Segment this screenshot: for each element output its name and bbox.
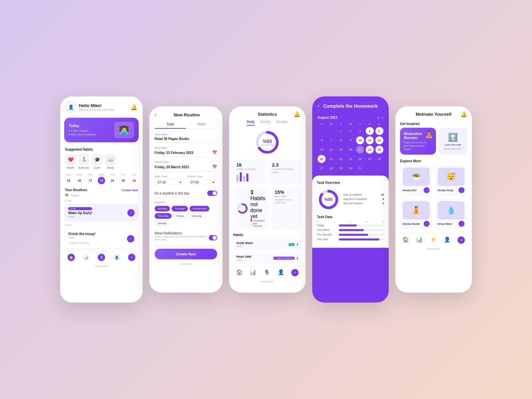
- stats-bell-icon[interactable]: 🔔: [294, 111, 300, 117]
- dow-s2: S: [374, 123, 384, 126]
- finish-time-select[interactable]: 07:00 ▾: [188, 179, 217, 186]
- day-sunday[interactable]: Sunday: [155, 220, 170, 226]
- routine-time-1: 07:00: [60, 198, 143, 203]
- explore-card-diet[interactable]: 🥗 Healty Diet →: [400, 165, 432, 196]
- nav-mic-stats[interactable]: 🎙️: [264, 269, 270, 276]
- stats-grid-2: 3 Habits not done yet Completed Not Fini…: [229, 187, 306, 230]
- big-donut: %85: [317, 188, 340, 211]
- cal-day-wed[interactable]: Wed 18: [98, 173, 105, 184]
- tab-monthly[interactable]: Monthly: [276, 120, 288, 126]
- motivate-bell-icon[interactable]: 🔔: [461, 111, 467, 117]
- nav-home-stats[interactable]: 🏠: [236, 269, 243, 276]
- bar-month-track: [339, 234, 384, 236]
- nav-profile[interactable]: 👤: [113, 254, 120, 261]
- nav-plus-motivate[interactable]: ＋: [458, 236, 465, 244]
- start-date-row[interactable]: Friday, 22 February 2023 📅: [155, 150, 217, 157]
- greeting-sub: Have a great day full of joy: [79, 108, 114, 111]
- start-time-label: Start Time: [155, 175, 184, 178]
- chevron-down-icon-2: ▾: [212, 181, 214, 184]
- cal-day-sat[interactable]: Sat 21: [131, 173, 138, 184]
- habit-badge-2: 2 days remaining: [273, 257, 294, 260]
- nav-user-motivate[interactable]: 👤: [444, 236, 451, 244]
- routine-card-1[interactable]: 11:00 Wake Up Early! Habit ›: [64, 204, 139, 221]
- routines-title: Your Routines: [65, 188, 87, 192]
- create-new-link[interactable]: Create New: [122, 189, 138, 192]
- notifications-toggle[interactable]: [209, 235, 217, 240]
- calendar-wrapper: ‹ Complete the Homework › August 2023 ‹ …: [312, 96, 389, 303]
- home-indicator-5: [427, 248, 440, 250]
- day-friday[interactable]: Friday: [173, 213, 187, 219]
- start-time-select[interactable]: 07:00 ▾: [155, 179, 184, 186]
- habit-health[interactable]: ❤️ Health: [65, 154, 76, 169]
- day-thursday[interactable]: Thursday: [155, 213, 172, 219]
- habit-row-2-title: Read 1984: [236, 255, 251, 258]
- time-row: Start Time 07:00 ▾ Finish Time 07:00 ▾: [155, 175, 217, 186]
- anytime-toggle[interactable]: [207, 191, 217, 196]
- plus-nav-icon: ＋: [128, 254, 135, 261]
- habit-study[interactable]: 📖 Study: [105, 154, 116, 169]
- nav-add[interactable]: 🎙️: [98, 254, 105, 261]
- water-footer: Drink Water →: [438, 221, 465, 227]
- cal-week-4: 20 21 22 23 24 25 26: [317, 155, 384, 163]
- list-card-emoji: ⬆️: [448, 133, 458, 142]
- tab-task[interactable]: Task: [155, 120, 186, 129]
- start-time-block: Start Time 07:00 ▾: [155, 175, 184, 186]
- motivate-bottom-nav: 🏠 📊 ⚡ 👤 ＋: [395, 233, 472, 246]
- list-cha-life-card[interactable]: ⬆️ List Cha Life Activ make bett: [439, 128, 467, 155]
- habits-section: Habits Drink Water Habit 56 › Read 1984 …: [229, 233, 306, 264]
- get-inspired-title: Get Inspired: [395, 120, 472, 128]
- mental-arrow-icon[interactable]: →: [424, 221, 430, 227]
- routine-card-2[interactable]: Finish the essay! Task 2 days remaining …: [64, 228, 139, 249]
- cal-day-tue[interactable]: Tue 17: [87, 173, 94, 184]
- nav-plus[interactable]: ＋: [128, 254, 135, 261]
- cal-day-sun[interactable]: Sun 15: [65, 173, 72, 184]
- tab-weekly[interactable]: Weekly: [260, 120, 271, 126]
- habit-exercise[interactable]: 🏃 Exercise: [78, 154, 89, 169]
- days-remaining-2: 2 days remaining: [68, 241, 89, 244]
- nav-home[interactable]: 🏠: [67, 254, 75, 261]
- sleep-arrow-icon[interactable]: →: [459, 187, 465, 193]
- notification-bell-icon[interactable]: 🔔: [131, 104, 137, 110]
- routine-badge-1: 11:00: [68, 207, 92, 210]
- motivation-booster-card[interactable]: Motivation Booster Plug in to connect to…: [400, 128, 436, 155]
- profile-nav-icon: 👤: [113, 254, 120, 261]
- day-tuesday[interactable]: Tuesday: [172, 206, 188, 211]
- diet-arrow-icon[interactable]: →: [424, 187, 430, 193]
- task-name-value[interactable]: Read 30 Pages Books: [155, 137, 217, 143]
- habit-row-2[interactable]: Read 1984 Habit 2 days remaining ›: [233, 252, 302, 264]
- bottom-nav: 🏠 📊 🎙️ 👤 ＋: [60, 251, 143, 264]
- explore-card-water[interactable]: 💧 Drink Water →: [435, 199, 467, 229]
- cal-day-fri[interactable]: Fri 20: [120, 173, 127, 184]
- avatar: 👤: [66, 102, 76, 112]
- explore-card-sleep[interactable]: 😴 Healty Sleep →: [435, 165, 467, 196]
- day-wednesday[interactable]: Wednesday: [190, 206, 209, 211]
- nav-plus-stats[interactable]: ＋: [291, 269, 299, 276]
- water-arrow-icon[interactable]: →: [459, 221, 465, 227]
- nav-chart-motivate[interactable]: 📊: [416, 236, 423, 244]
- nav-chart-stats[interactable]: 📊: [250, 269, 256, 276]
- stats-nav-icon: 📊: [82, 254, 90, 261]
- tab-habit[interactable]: Habit: [186, 120, 217, 129]
- day-monday[interactable]: Monday: [155, 206, 170, 211]
- mental-footer: Mental Health →: [403, 221, 430, 227]
- finish-time-value: 07:00: [191, 181, 199, 184]
- create-new-button[interactable]: Create New: [155, 249, 217, 259]
- next-month-icon[interactable]: ›: [382, 115, 383, 120]
- nav-bolt-motivate[interactable]: ⚡: [430, 236, 437, 244]
- cal-day-mon[interactable]: Mon 16: [76, 173, 83, 184]
- stat-completed-val: 12: [381, 193, 384, 196]
- mini-bar-3: [243, 176, 245, 182]
- prev-month-icon[interactable]: ‹: [378, 115, 379, 120]
- tab-daily[interactable]: Daily: [247, 120, 255, 126]
- routine-arrow-2[interactable]: ›: [127, 235, 134, 242]
- explore-card-mental[interactable]: 🧘 Mental Health →: [400, 199, 432, 229]
- day-saturday[interactable]: Saturday: [189, 213, 205, 219]
- nav-user-stats[interactable]: 👤: [278, 269, 284, 276]
- nav-home-motivate[interactable]: 🏠: [402, 236, 409, 244]
- nav-stats[interactable]: 📊: [82, 254, 90, 261]
- cal-day-thu[interactable]: Thu 19: [109, 173, 116, 184]
- finish-date-row[interactable]: Friday, 20 March 2023 📅: [155, 165, 217, 172]
- habit-learn[interactable]: 🎓 Learn: [91, 154, 103, 169]
- routine-arrow-1[interactable]: ›: [127, 209, 135, 216]
- habit-row-1[interactable]: Drink Water Habit 56 ›: [233, 239, 302, 250]
